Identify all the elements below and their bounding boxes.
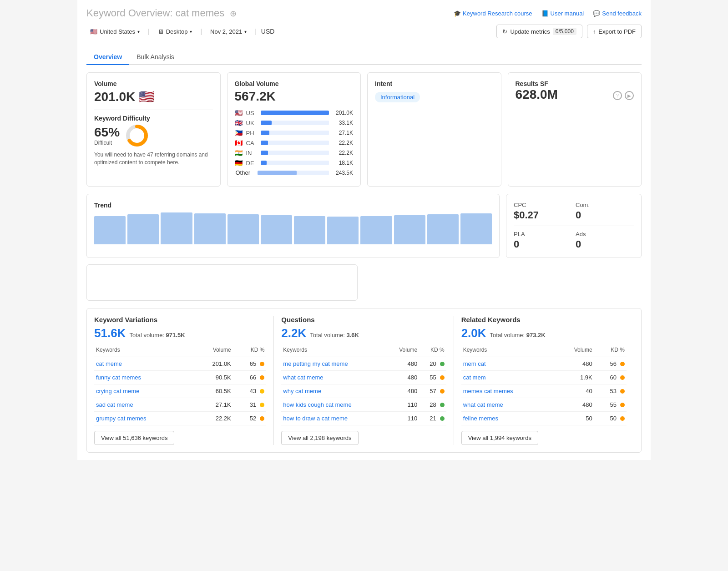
table-row: mem cat 480 56 <box>461 357 627 371</box>
kw-link[interactable]: sad cat meme <box>96 401 133 408</box>
trend-bar <box>460 213 492 244</box>
send-feedback-link[interactable]: 💬 Send feedback <box>593 10 642 17</box>
kw-link[interactable]: why cat meme <box>283 388 321 394</box>
kd-dot <box>260 389 264 394</box>
rk-table: Keywords Volume KD % mem cat 480 56 <box>461 345 627 425</box>
kw-volume-cell: 201.0K <box>192 357 233 371</box>
kw-link[interactable]: funny cat memes <box>96 374 141 381</box>
q-col-keywords: Keywords <box>281 345 387 357</box>
info-icon[interactable]: ? <box>613 91 622 100</box>
pla-item: PLA 0 <box>514 231 572 250</box>
kw-kd-cell: 55 <box>419 371 446 384</box>
kd-value: 65% <box>94 125 120 140</box>
us-flag-icon: 🇺🇸 <box>90 28 97 35</box>
kw-link[interactable]: feline memes <box>463 415 498 422</box>
results-value: 628.0M <box>516 87 558 102</box>
kv-count-line: 51.6K Total volume: 971.5K <box>94 326 266 340</box>
kw-volume-cell: 22.2K <box>192 412 233 425</box>
country-row-de: DE 18.1K <box>235 159 354 167</box>
page-title: Keyword Overview: cat memes ⊕ <box>86 7 237 19</box>
kw-kd-cell: 20 <box>419 357 446 371</box>
volume-value: 201.0K 🇺🇸 <box>94 89 213 104</box>
kw-kd-cell: 52 <box>233 412 267 425</box>
kw-link[interactable]: crying cat meme <box>96 388 139 394</box>
table-row: what cat meme 480 55 <box>461 398 627 412</box>
toolbar: 🇺🇸 United States ▾ | 🖥 Desktop ▾ | Nov 2… <box>86 25 642 43</box>
kd-number: 55 <box>430 374 436 381</box>
rk-count: 2.0K <box>461 326 486 340</box>
kw-volume-cell: 110 <box>387 398 420 412</box>
global-volume-title: Global Volume <box>235 80 354 87</box>
kw-link[interactable]: what cat meme <box>463 401 503 408</box>
device-chevron-icon: ▾ <box>190 29 192 34</box>
empty-card <box>86 264 358 301</box>
kv-col-kd: KD % <box>233 345 267 357</box>
update-metrics-button[interactable]: ↻ Update metrics 0/5,000 <box>496 25 582 38</box>
country-row-ca: CA 22.2K <box>235 139 354 147</box>
kw-kd-cell: 43 <box>233 384 267 398</box>
chat-icon: 💬 <box>593 10 600 17</box>
rk-view-all: View all 1,994 keywords <box>461 431 627 445</box>
cpc-value: $0.27 <box>514 209 572 221</box>
play-icon[interactable]: ▶ <box>625 91 634 100</box>
kw-name-cell: cat meme <box>94 357 192 371</box>
kw-name-cell: me petting my cat meme <box>281 357 387 371</box>
date-selector[interactable]: Nov 2, 2021 ▾ <box>207 26 250 37</box>
table-row: what cat meme 480 55 <box>281 371 446 384</box>
kd-number: 57 <box>430 388 436 394</box>
rk-view-all-button[interactable]: View all 1,994 keywords <box>461 431 538 445</box>
kw-link[interactable]: cat meme <box>96 360 122 367</box>
kw-link[interactable]: mem cat <box>463 360 486 367</box>
kw-volume-cell: 90.5K <box>192 371 233 384</box>
kw-name-cell: cat mem <box>461 371 556 384</box>
rk-col-kd: KD % <box>594 345 627 357</box>
kw-link[interactable]: cat mem <box>463 374 486 381</box>
kw-name-cell: sad cat meme <box>94 398 192 412</box>
kw-link[interactable]: me petting my cat meme <box>283 360 348 367</box>
kv-view-all-button[interactable]: View all 51,636 keywords <box>94 431 174 445</box>
us-flag-volume: 🇺🇸 <box>139 89 155 104</box>
kd-number: 60 <box>610 374 617 381</box>
kw-volume-cell: 27.1K <box>192 398 233 412</box>
keyword-research-course-link[interactable]: 🎓 Keyword Research course <box>454 10 532 17</box>
cpc-label: CPC <box>514 202 572 208</box>
kw-kd-cell: 56 <box>594 357 627 371</box>
tab-overview[interactable]: Overview <box>86 50 129 65</box>
kd-dot <box>620 416 625 421</box>
desktop-icon: 🖥 <box>158 28 164 35</box>
kd-dot <box>440 389 445 394</box>
kw-kd-cell: 28 <box>419 398 446 412</box>
kd-title: Keyword Difficulty <box>94 115 213 122</box>
kw-link[interactable]: grumpy cat memes <box>96 415 147 422</box>
pla-value: 0 <box>514 238 572 250</box>
kd-number: 55 <box>610 401 617 408</box>
kd-donut-chart <box>125 124 149 147</box>
kw-kd-cell: 53 <box>594 384 627 398</box>
date-chevron-icon: ▾ <box>244 29 247 34</box>
tab-bulk-analysis[interactable]: Bulk Analysis <box>129 50 181 65</box>
user-manual-link[interactable]: 📘 User manual <box>541 10 584 17</box>
kv-count: 51.6K <box>94 326 126 340</box>
export-pdf-button[interactable]: ↑ Export to PDF <box>587 25 642 38</box>
q-view-all-button[interactable]: View all 2,198 keywords <box>281 431 358 445</box>
kd-dot <box>260 375 264 380</box>
add-keyword-icon[interactable]: ⊕ <box>230 9 237 18</box>
kw-link[interactable]: memes cat memes <box>463 388 513 394</box>
country-selector[interactable]: 🇺🇸 United States ▾ <box>86 26 143 37</box>
ph-flag <box>235 129 243 136</box>
table-row: why cat meme 480 57 <box>281 384 446 398</box>
kd-dot <box>620 389 625 394</box>
kw-volume-cell: 40 <box>556 384 594 398</box>
device-selector[interactable]: 🖥 Desktop ▾ <box>154 26 196 37</box>
kw-link[interactable]: how to draw a cat meme <box>283 415 348 422</box>
trend-bar <box>427 214 459 244</box>
ads-label: Ads <box>576 231 634 237</box>
trend-bar <box>327 217 359 244</box>
kw-link[interactable]: what cat meme <box>283 374 323 381</box>
kw-volume-cell: 1.9K <box>556 371 594 384</box>
book-icon: 📘 <box>541 10 549 17</box>
metrics-row: Volume 201.0K 🇺🇸 Keyword Difficulty 65% … <box>86 72 642 187</box>
kw-link[interactable]: how kids cough cat meme <box>283 401 351 408</box>
country-row-uk: UK 33.1K <box>235 119 354 126</box>
table-row: cat meme 201.0K 65 <box>94 357 266 371</box>
